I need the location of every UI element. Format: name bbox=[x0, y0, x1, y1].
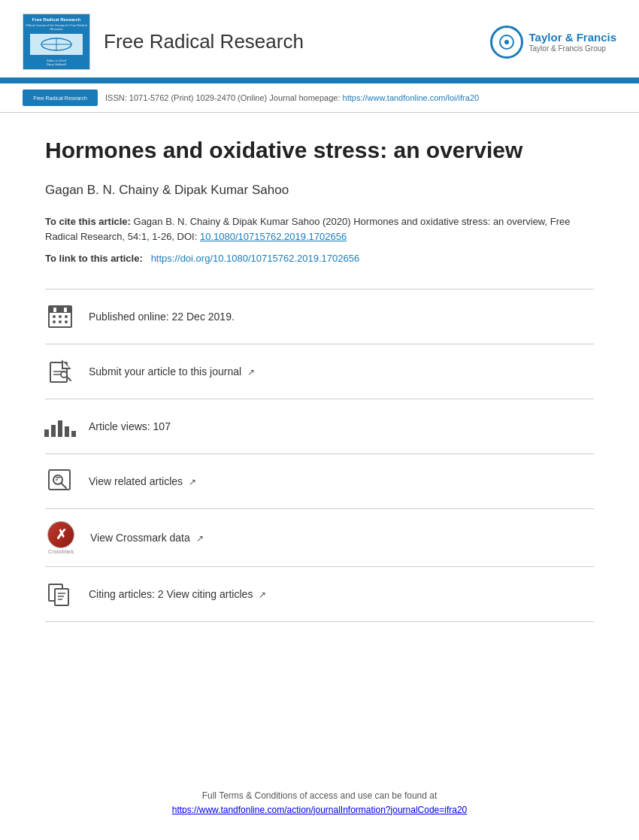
blue-accent-bar bbox=[0, 77, 639, 83]
views-chart-icon bbox=[45, 411, 75, 441]
submit-external-icon: ↗ bbox=[247, 367, 255, 378]
crossmark-icon-wrapper: ✗ CrossMark bbox=[45, 521, 77, 554]
crossmark-icon: ✗ bbox=[47, 521, 74, 548]
related-search-icon bbox=[45, 466, 75, 496]
citation-block: To cite this article: Gagan B. N. Chainy… bbox=[45, 214, 594, 244]
journal-title: Free Radical Research bbox=[104, 30, 304, 53]
tf-name: Taylor & Francis bbox=[529, 31, 616, 44]
views-label: Article views: 107 bbox=[89, 420, 171, 432]
submit-icon bbox=[45, 356, 75, 387]
issn-logo-box: Free Radical Research bbox=[23, 89, 98, 106]
related-item: View related articles ↗ bbox=[45, 453, 594, 508]
journal-cover-image: Free Radical Research Official Journal o… bbox=[23, 14, 90, 70]
article-authors: Gagan B. N. Chainy & Dipak Kumar Sahoo bbox=[45, 183, 594, 198]
link-label: To link to this article: bbox=[45, 253, 143, 264]
tf-group: Taylor & Francis Group bbox=[529, 44, 616, 53]
crossmark-label-text: CrossMark bbox=[48, 549, 74, 554]
tf-logo-area: Taylor & Francis Taylor & Francis Group bbox=[490, 26, 616, 59]
cite-doi-link[interactable]: 10.1080/10715762.2019.1702656 bbox=[200, 231, 347, 242]
issn-info-text: ISSN: 1071-5762 (Print) 1029-2470 (Onlin… bbox=[105, 93, 479, 102]
cover-subtitle: Official Journal of the Society for Free… bbox=[26, 24, 87, 32]
journal-homepage-link[interactable]: https://www.tandfonline.com/loi/ifra20 bbox=[343, 93, 480, 102]
issn-bar: Free Radical Research ISSN: 1071-5762 (P… bbox=[0, 83, 639, 113]
tf-logo-inner-circle bbox=[499, 35, 514, 50]
crossmark-text-label[interactable]: View Crossmark data ↗ bbox=[90, 532, 204, 544]
published-label: Published online: 22 Dec 2019. bbox=[89, 311, 235, 323]
tf-text: Taylor & Francis Taylor & Francis Group bbox=[529, 31, 616, 53]
cover-graphic bbox=[30, 34, 83, 55]
svg-point-6 bbox=[61, 371, 67, 378]
cover-editors: Editor-in-ChiefBarry Halliwell bbox=[47, 59, 66, 66]
citing-label[interactable]: Citing articles: 2 View citing articles … bbox=[89, 588, 266, 600]
citing-icon bbox=[45, 579, 75, 609]
citing-item: Citing articles: 2 View citing articles … bbox=[45, 566, 594, 622]
cover-figure-icon bbox=[34, 35, 79, 53]
link-block: To link to this article: https://doi.org… bbox=[45, 251, 594, 266]
calendar-icon bbox=[45, 302, 75, 332]
article-title: Hormones and oxidative stress: an overvi… bbox=[45, 135, 594, 165]
main-content: Hormones and oxidative stress: an overvi… bbox=[0, 113, 639, 644]
related-label[interactable]: View related articles ↗ bbox=[89, 475, 196, 487]
published-item: Published online: 22 Dec 2019. bbox=[45, 289, 594, 344]
footer-line1: Full Terms & Conditions of access and us… bbox=[0, 789, 639, 803]
page-footer: Full Terms & Conditions of access and us… bbox=[0, 789, 639, 817]
tf-logo-icon bbox=[490, 26, 523, 59]
journal-logo-area: Free Radical Research Official Journal o… bbox=[23, 14, 304, 70]
article-doi-link[interactable]: https://doi.org/10.1080/10715762.2019.17… bbox=[151, 253, 360, 264]
info-items-list: Published online: 22 Dec 2019. Submit yo… bbox=[45, 289, 594, 622]
crossmark-external-icon: ↗ bbox=[196, 533, 204, 544]
issn-logo-text: Free Radical Research bbox=[33, 96, 87, 101]
crossmark-link[interactable]: View Crossmark data bbox=[90, 532, 190, 544]
page-header: Free Radical Research Official Journal o… bbox=[0, 0, 639, 77]
cover-title: Free Radical Research bbox=[32, 17, 80, 23]
submit-link[interactable]: Submit your article to this journal bbox=[89, 365, 241, 378]
citing-external-icon: ↗ bbox=[259, 590, 266, 600]
views-item: Article views: 107 bbox=[45, 399, 594, 453]
svg-rect-13 bbox=[55, 589, 68, 605]
submit-item: Submit your article to this journal ↗ bbox=[45, 344, 594, 399]
related-external-icon: ↗ bbox=[189, 477, 196, 487]
submit-label[interactable]: Submit your article to this journal ↗ bbox=[89, 365, 255, 378]
crossmark-item: ✗ CrossMark View Crossmark data ↗ bbox=[45, 508, 594, 566]
related-link[interactable]: View related articles bbox=[89, 475, 183, 487]
footer-line2[interactable]: https://www.tandfonline.com/action/journ… bbox=[0, 803, 639, 817]
citing-link[interactable]: Citing articles: 2 View citing articles bbox=[89, 588, 253, 600]
footer-link[interactable]: https://www.tandfonline.com/action/journ… bbox=[172, 805, 468, 815]
tf-logo-dot bbox=[504, 40, 509, 44]
cite-label: To cite this article: bbox=[45, 216, 131, 227]
